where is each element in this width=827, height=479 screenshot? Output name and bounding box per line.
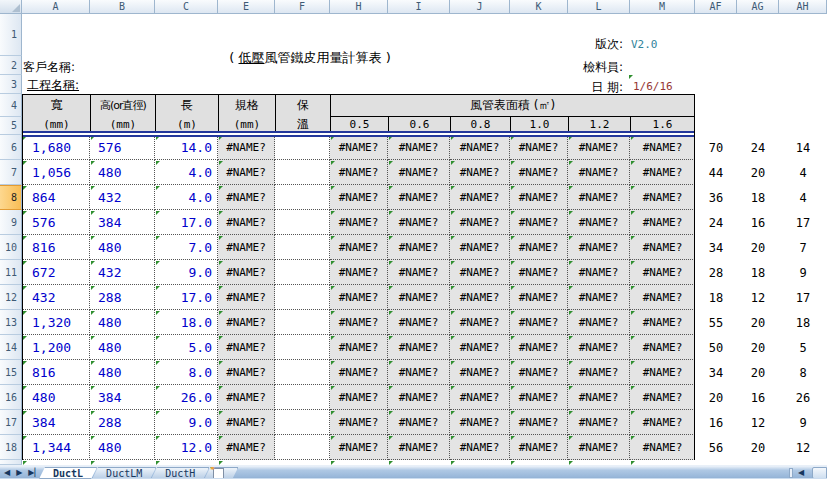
cell-ah[interactable]: 8 [779,360,827,385]
cell-surface-1.6[interactable]: #NAME? [630,335,695,360]
cell-height[interactable]: 288 [90,410,155,435]
cell-width[interactable]: 864 [22,185,90,210]
row-header-3[interactable]: 3 [0,75,22,94]
cell-ah[interactable]: 18 [779,310,827,335]
cell-surface-1.6[interactable]: #NAME? [630,210,695,235]
row-header-1[interactable]: 1 [0,14,22,56]
cell-width[interactable]: 432 [22,285,90,310]
cell-height[interactable]: 480 [90,310,155,335]
cell-surface-1.0[interactable]: #NAME? [510,210,568,235]
cell-insulation[interactable] [275,210,330,235]
cell-surface-0.8[interactable]: #NAME? [450,210,510,235]
cell-surface-1.0[interactable]: #NAME? [510,235,568,260]
cell-surface-1.2[interactable]: #NAME? [568,285,630,310]
cell-customer-label[interactable]: 客戶名稱: [23,60,75,74]
cell-surface-0.6[interactable]: #NAME? [388,410,450,435]
cell-ah[interactable]: 9 [779,410,827,435]
row-header-10[interactable]: 10 [0,235,22,260]
cell-ag[interactable]: 24 [737,135,779,160]
cell-insulation[interactable] [275,235,330,260]
sheet-title[interactable]: ( 低壓風管鐵皮用量計算表 ) [185,51,435,65]
cell-ag[interactable]: 18 [737,185,779,210]
cell-spec-error[interactable]: #NAME? [218,360,275,385]
cell-height[interactable]: 480 [90,235,155,260]
cell-surface-1.0[interactable]: #NAME? [510,160,568,185]
cell-length[interactable]: 5.0 [155,335,218,360]
cell-length[interactable]: 17.0 [155,285,218,310]
cell-version-label[interactable]: 版次: [553,37,623,51]
cell-length[interactable]: 12.0 [155,435,218,460]
cell-insulation[interactable] [275,310,330,335]
cell-insulation[interactable] [275,360,330,385]
cell-af[interactable]: 36 [695,185,737,210]
row-header-5[interactable]: 5 [0,117,22,135]
cell-af[interactable]: 20 [695,385,737,410]
cell-insulation[interactable] [275,185,330,210]
cell-surface-1.6[interactable]: #NAME? [630,160,695,185]
cell-surface-1.6[interactable]: #NAME? [630,285,695,310]
cell-af[interactable]: 34 [695,360,737,385]
column-header-K[interactable]: K [510,0,568,14]
cell-surface-0.5[interactable]: #NAME? [330,385,388,410]
cell-surface-1.0[interactable]: #NAME? [510,360,568,385]
cell-width[interactable]: 816 [22,360,90,385]
cell-width[interactable]: 1,680 [22,135,90,160]
cell-ah[interactable]: 5 [779,335,827,360]
cell-surface-0.5[interactable]: #NAME? [330,160,388,185]
cell-insulation[interactable] [275,160,330,185]
cell-surface-1.2[interactable]: #NAME? [568,235,630,260]
row-header-18[interactable]: 18 [0,435,22,460]
cell-height[interactable]: 480 [90,160,155,185]
column-header-M[interactable]: M [630,0,695,14]
cell-surface-1.2[interactable]: #NAME? [568,435,630,460]
cell-project-label[interactable]: 工程名稱: [27,78,79,92]
cell-surface-0.8[interactable]: #NAME? [450,435,510,460]
cell-surface-1.6[interactable]: #NAME? [630,260,695,285]
column-header-F[interactable]: F [275,0,330,14]
cell-ah[interactable]: 4 [779,160,827,185]
cell-af[interactable]: 28 [695,260,737,285]
cell-surface-0.5[interactable]: #NAME? [330,235,388,260]
header-surface-value-1.0[interactable]: 1.0 [511,117,569,132]
cell-insulation[interactable] [275,335,330,360]
cell-surface-0.5[interactable]: #NAME? [330,285,388,310]
cell-surface-1.6[interactable]: #NAME? [630,410,695,435]
cell-surface-1.2[interactable]: #NAME? [568,210,630,235]
tab-split-handle[interactable] [789,468,793,478]
cell-surface-1.2[interactable]: #NAME? [568,185,630,210]
sheet-tab-DuctL[interactable]: DuctL [39,467,97,479]
cell-length[interactable]: 18.0 [155,310,218,335]
cell-width[interactable]: 480 [22,385,90,410]
column-header-E[interactable]: E [218,0,275,14]
cell-surface-1.2[interactable]: #NAME? [568,360,630,385]
cell-surface-1.2[interactable]: #NAME? [568,335,630,360]
header-insulation-column[interactable]: 保 溫 [276,95,331,132]
cell-date-value[interactable]: 1/6/16 [633,80,673,93]
cell-af[interactable]: 18 [695,285,737,310]
cell-inspector-label[interactable]: 檢料員: [553,60,623,74]
cell-ag[interactable]: 16 [737,210,779,235]
cell-spec-error[interactable]: #NAME? [218,160,275,185]
row-header-15[interactable]: 15 [0,360,22,385]
row-header-8[interactable]: 8 [0,185,22,210]
cell-surface-0.6[interactable]: #NAME? [388,235,450,260]
cell-surface-0.5[interactable]: #NAME? [330,210,388,235]
cell-spec-error[interactable]: #NAME? [218,385,275,410]
sheet-tab-DuctH[interactable]: DuctH [151,467,209,479]
cell-spec-error[interactable]: #NAME? [218,310,275,335]
cell-spec-error[interactable]: #NAME? [218,235,275,260]
cell-surface-0.5[interactable]: #NAME? [330,335,388,360]
cell-surface-0.8[interactable]: #NAME? [450,260,510,285]
cell-surface-0.5[interactable]: #NAME? [330,435,388,460]
cell-width[interactable]: 672 [22,260,90,285]
column-header-AH[interactable]: AH [779,0,827,14]
cell-surface-0.8[interactable]: #NAME? [450,385,510,410]
cell-surface-0.6[interactable]: #NAME? [388,160,450,185]
cell-length[interactable]: 17.0 [155,210,218,235]
column-header-A[interactable]: A [22,0,90,14]
cell-surface-0.8[interactable]: #NAME? [450,310,510,335]
cell-surface-1.0[interactable]: #NAME? [510,135,568,160]
cell-ah[interactable]: 17 [779,210,827,235]
row-header-16[interactable]: 16 [0,385,22,410]
cell-surface-0.5[interactable]: #NAME? [330,310,388,335]
